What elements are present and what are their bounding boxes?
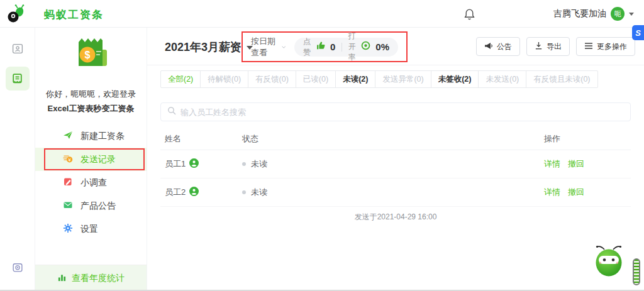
brand-title: 蚂蚁工资条 <box>44 8 104 22</box>
open-rate-value: 0% <box>375 41 389 52</box>
download-icon <box>535 41 543 52</box>
payslip-illustration-icon: $ <box>70 33 112 75</box>
mascot-robot-icon[interactable] <box>592 243 625 280</box>
greeting-text: 你好，呃呃呃，欢迎登录 <box>35 89 147 100</box>
tab-send-error[interactable]: 发送异常(0) <box>375 71 430 87</box>
column-header-status: 状态 <box>242 133 544 145</box>
stats-pill: 点赞 0 打开率 0% <box>294 38 398 57</box>
scrollbar-widget[interactable] <box>633 258 640 285</box>
extension-icon[interactable]: S <box>632 25 644 40</box>
tab-has-feedback[interactable]: 有反馈(0) <box>248 71 296 87</box>
menu-item-send-records[interactable]: ¥ 发送记录 <box>35 148 147 171</box>
tab-to-unlock[interactable]: 待解锁(0) <box>200 71 248 87</box>
bar-chart-icon <box>57 273 67 284</box>
more-actions-label: 更多操作 <box>597 41 627 52</box>
export-button[interactable]: 导出 <box>526 37 570 56</box>
dollar-symbol: $ <box>84 50 90 60</box>
employee-name: 员工2 <box>165 187 186 198</box>
notification-bell-icon[interactable] <box>464 8 475 23</box>
app-window: 蚂蚁工资条 吉腾飞要加油 呃 <box>0 0 644 291</box>
annotation-box-header: 按日期查看 点赞 0 打开率 0% <box>242 31 408 62</box>
icon-rail <box>0 28 35 291</box>
chevron-down-icon <box>629 13 634 16</box>
page-title: 2021年3月薪资 <box>165 40 242 55</box>
detail-link[interactable]: 详情 <box>544 158 560 170</box>
view-mode-dropdown[interactable]: 按日期查看 <box>251 36 286 58</box>
paper-plane-icon <box>63 130 73 142</box>
menu-item-survey[interactable]: 小调查 <box>35 171 147 194</box>
menu-item-label: 新建工资条 <box>80 131 125 142</box>
status-dot <box>242 162 246 166</box>
menu-item-label: 小调查 <box>80 177 107 189</box>
employee-name: 员工1 <box>165 158 186 170</box>
eye-icon <box>361 41 370 53</box>
like-count: 0 <box>330 41 335 52</box>
avatar: 呃 <box>611 7 625 21</box>
table-row: 员工1 未读 详情 撤回 <box>160 150 631 178</box>
search-input[interactable] <box>180 107 624 117</box>
menu-item-label: 设置 <box>80 224 98 235</box>
tab-unsigned[interactable]: 未签收(2) <box>431 71 479 87</box>
user-name: 吉腾飞要加油 <box>553 8 606 19</box>
detail-link[interactable]: 详情 <box>544 187 560 198</box>
status-text: 未读 <box>251 187 267 198</box>
tab-feedback-unread[interactable]: 有反馈且未读(0) <box>526 71 597 87</box>
search-bar <box>160 102 631 121</box>
topbar: 蚂蚁工资条 吉腾飞要加油 呃 <box>0 0 644 28</box>
employee-table: 姓名 状态 操作 员工1 未读 详情 撤回 <box>160 128 631 207</box>
column-header-action: 操作 <box>544 133 631 145</box>
sent-time-text: 发送于2021-04-29 16:00 <box>147 212 644 222</box>
table-row: 员工2 未读 详情 撤回 <box>160 178 631 207</box>
menu-item-new-payslip[interactable]: 新建工资条 <box>35 124 147 148</box>
view-mode-label: 按日期查看 <box>251 36 277 58</box>
employee-badge-icon <box>189 158 199 170</box>
recall-link[interactable]: 撤回 <box>568 187 584 198</box>
annual-stats-label: 查看年度统计 <box>72 273 125 284</box>
period-selector[interactable]: 2021年3月薪资 <box>165 40 253 55</box>
payslip-record-icon[interactable] <box>6 67 30 91</box>
megaphone-icon <box>484 42 493 52</box>
status-filter-tabs: 全部(2) 待解锁(0) 有反馈(0) 已读(0) 未读(2) 发送异常(0) … <box>160 70 598 88</box>
ant-logo-icon[interactable] <box>6 4 26 24</box>
thumbs-up-icon <box>316 41 325 53</box>
menu-item-label: 发送记录 <box>80 154 116 165</box>
status-dot <box>242 190 246 194</box>
menu-item-settings[interactable]: 设置 <box>35 217 147 241</box>
envelope-icon <box>63 200 73 212</box>
tab-unread[interactable]: 未读(2) <box>335 71 375 87</box>
search-icon <box>167 106 176 118</box>
wallet-icon[interactable] <box>11 261 23 273</box>
employee-badge-icon <box>189 187 199 198</box>
chevron-down-icon <box>282 45 286 49</box>
tab-read[interactable]: 已读(0) <box>296 71 335 87</box>
contact-card-icon[interactable] <box>11 43 23 55</box>
user-menu[interactable]: 吉腾飞要加油 呃 <box>553 0 634 28</box>
column-header-name: 姓名 <box>160 133 242 145</box>
like-label: 点赞 <box>303 36 311 58</box>
title-row: 2021年3月薪资 按日期查看 点赞 0 打开率 <box>147 28 644 65</box>
announcement-label: 公告 <box>497 41 512 52</box>
status-text: 未读 <box>251 158 267 170</box>
export-label: 导出 <box>547 41 562 52</box>
menu-item-product-news[interactable]: 产品公告 <box>35 194 147 217</box>
more-actions-button[interactable]: 更多操作 <box>576 37 635 56</box>
sidebar: $ 你好，呃呃呃，欢迎登录 Excel工资表秒变工资条 新建工资条 ¥ 发送记录 <box>35 28 147 291</box>
tab-not-sent[interactable]: 未发送(0) <box>478 71 526 87</box>
survey-pencil-icon <box>63 177 73 189</box>
open-rate-label: 打开率 <box>348 31 357 63</box>
menu-item-label: 产品公告 <box>80 200 116 212</box>
annual-stats-link[interactable]: 查看年度统计 <box>35 265 147 291</box>
hamburger-icon <box>584 42 593 52</box>
sidebar-menu: 新建工资条 ¥ 发送记录 小调查 产品公告 <box>35 124 147 241</box>
recall-link[interactable]: 撤回 <box>568 158 584 170</box>
send-record-icon: ¥ <box>63 153 73 165</box>
announcement-button[interactable]: 公告 <box>476 37 520 56</box>
tagline-text: Excel工资表秒变工资条 <box>35 103 147 114</box>
main-content: 2021年3月薪资 按日期查看 点赞 0 打开率 <box>147 28 644 291</box>
table-header-row: 姓名 状态 操作 <box>160 128 631 150</box>
gear-icon <box>63 223 73 235</box>
toolbar: 公告 导出 更多操作 <box>476 37 635 56</box>
tab-all[interactable]: 全部(2) <box>161 71 200 87</box>
